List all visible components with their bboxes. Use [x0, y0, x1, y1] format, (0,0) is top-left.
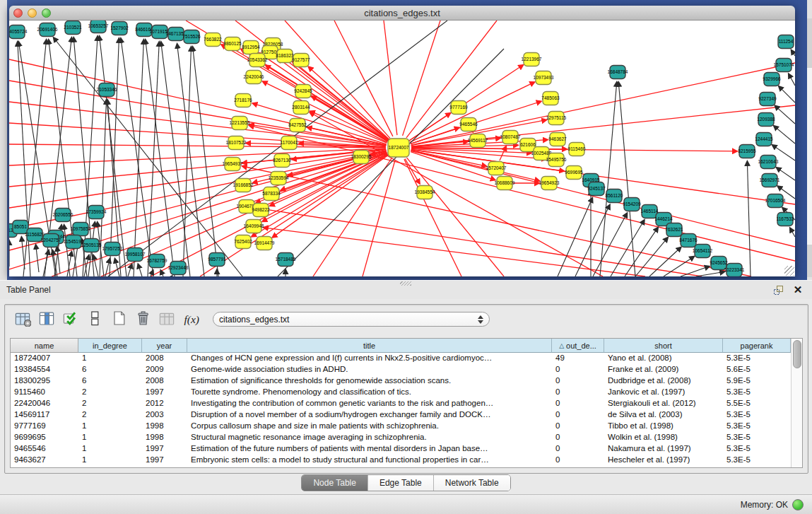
scrollbar-thumb[interactable]	[793, 340, 801, 368]
table-row[interactable]: 1456911722003Disruption of a novel membe…	[11, 409, 791, 421]
graph-node[interactable]: 8267130	[273, 154, 291, 168]
graph-node[interactable]: 19958107	[125, 248, 146, 262]
graph-node[interactable]: 22420046	[244, 71, 264, 84]
graph-node[interactable]: 9699695	[565, 166, 583, 180]
graph-node[interactable]: 7663822	[204, 33, 222, 47]
graph-node[interactable]: 16914479	[254, 237, 275, 250]
graph-node[interactable]: 10223341	[724, 264, 745, 277]
graph-node[interactable]: 20691406	[37, 23, 58, 37]
graph-node[interactable]: 1527902	[110, 22, 129, 35]
column-header-name[interactable]: name	[11, 339, 78, 353]
graph-node[interactable]: 20206556	[53, 209, 73, 222]
graph-node[interactable]: 1167533	[777, 213, 794, 226]
graph-node[interactable]: 7625402	[234, 235, 252, 249]
column-header-out_degree[interactable]: △out_de...	[552, 339, 604, 353]
graph-node[interactable]: 9465546	[459, 118, 478, 132]
table-row[interactable]: 969969511998Structural magnetic resonanc…	[11, 432, 791, 443]
graph-node[interactable]: 19654923	[539, 177, 560, 190]
graph-node[interactable]: 5878334	[262, 187, 281, 201]
show-columns-icon[interactable]	[36, 308, 57, 329]
network-graph[interactable]: 1872400776638229860125891295418226058912…	[9, 21, 795, 276]
graph-node[interactable]: 8215955	[738, 145, 756, 158]
graph-node[interactable]: 2103521	[64, 21, 82, 35]
graph-node[interactable]: 8561120	[606, 189, 623, 203]
graph-node[interactable]: 9227349	[758, 93, 777, 106]
graph-node[interactable]: 19166852	[233, 179, 254, 192]
select-all-icon[interactable]	[60, 308, 81, 329]
graph-node[interactable]: 12213553	[230, 117, 250, 130]
graph-node[interactable]: 7485063	[541, 92, 560, 105]
float-panel-icon[interactable]	[771, 284, 785, 296]
new-table-icon[interactable]	[108, 308, 129, 329]
column-header-in_degree[interactable]: in_degree	[78, 339, 142, 353]
import-table-icon[interactable]	[156, 308, 177, 329]
tab-edge-table[interactable]: Edge Table	[368, 475, 434, 491]
graph-node[interactable]: 10807487	[500, 131, 521, 144]
table-row[interactable]: 946554611997Estimation of the future num…	[11, 443, 791, 455]
delete-table-icon[interactable]	[132, 308, 153, 329]
graph-node[interactable]: 9245137	[587, 182, 606, 196]
column-header-title[interactable]: title	[187, 339, 552, 353]
graph-node[interactable]: 111254	[778, 35, 794, 49]
merge-tables-icon[interactable]	[84, 308, 105, 329]
graph-node[interactable]: 2803144	[292, 101, 310, 115]
graph-node[interactable]: 10653257	[88, 21, 109, 33]
table-row[interactable]: 946362711997Embryonic stem cells: a mode…	[11, 455, 791, 466]
graph-node[interactable]: 9857791	[208, 253, 226, 267]
graph-node[interactable]: 9154209	[623, 198, 641, 211]
graph-node[interactable]: 16210643	[758, 156, 779, 169]
table-row[interactable]: 911546021997Tourette syndrome. Phenomeno…	[11, 387, 791, 398]
memory-status-indicator[interactable]	[792, 499, 804, 510]
graph-node[interactable]: 17016504	[765, 194, 786, 208]
table-row[interactable]: 1872400712008Changes of HCN gene express…	[11, 353, 791, 364]
graph-node[interactable]: 16848784	[608, 66, 628, 79]
graph-node[interactable]: 18300295	[351, 151, 372, 164]
graph-node[interactable]: 9127577	[292, 54, 310, 67]
graph-node[interactable]: 15751074	[774, 59, 794, 72]
graph-node[interactable]: 12353594	[269, 172, 289, 185]
graph-node[interactable]: 24055724	[9, 25, 28, 39]
network-window-titlebar[interactable]: citations_edges.txt	[9, 6, 795, 21]
panel-resize-grip[interactable]	[400, 281, 411, 286]
tab-node-table[interactable]: Node Table	[302, 475, 368, 491]
graph-node[interactable]: 15720407	[486, 162, 507, 175]
graph-node[interactable]: 7515526	[182, 30, 201, 44]
graph-node[interactable]: 15692971	[760, 174, 780, 187]
graph-node[interactable]: 9329966	[763, 73, 781, 86]
graph-node[interactable]: 12923448	[168, 262, 189, 275]
graph-node[interactable]: 1244415	[755, 133, 773, 146]
table-scrollbar[interactable]	[791, 339, 802, 467]
graph-node[interactable]: 8427552	[288, 119, 307, 132]
window-resize-grip[interactable]	[784, 266, 794, 276]
graph-node[interactable]: 16409948	[244, 220, 264, 233]
graph-node[interactable]: 12042757	[41, 234, 61, 247]
graph-node[interactable]: 12505135	[81, 239, 102, 252]
graph-node[interactable]: 10543362	[247, 54, 268, 67]
graph-node[interactable]: 8912954	[242, 41, 260, 54]
graph-node[interactable]: 2718176	[234, 94, 252, 107]
close-panel-icon[interactable]: ✕	[791, 284, 805, 296]
column-header-short[interactable]: short	[604, 339, 723, 353]
column-header-pagerank[interactable]: pagerank	[723, 339, 791, 353]
table-row[interactable]: 2242004622012Investigating the contribut…	[11, 398, 791, 409]
table-row[interactable]: 1830029562008Estimation of significance …	[11, 375, 791, 387]
graph-node[interactable]: 9463627	[548, 133, 567, 146]
network-canvas[interactable]: 1872400776638229860125891295418226058912…	[9, 21, 795, 276]
graph-node[interactable]: 18724007	[388, 139, 409, 157]
graph-node[interactable]: 9860125	[223, 37, 242, 51]
graph-node[interactable]: 9242845	[294, 85, 312, 98]
graph-node[interactable]: 18107522	[226, 136, 247, 150]
graph-node[interactable]: 7632621	[665, 223, 683, 237]
graph-node[interactable]: 1170041	[281, 136, 298, 150]
graph-node[interactable]: 9498222	[252, 204, 270, 217]
graph-node[interactable]: 12975115	[546, 112, 567, 125]
table-options-icon[interactable]	[12, 308, 33, 329]
table-selector-dropdown[interactable]: citations_edges.txt	[213, 312, 490, 327]
graph-node[interactable]: 14569117	[468, 134, 488, 148]
graph-node[interactable]: 10975857	[71, 223, 91, 236]
graph-node[interactable]: 10654112	[693, 245, 713, 258]
table-row[interactable]: 1938455462009Genome-wide association stu…	[11, 364, 791, 375]
tab-network-table[interactable]: Network Table	[434, 475, 510, 491]
graph-node[interactable]: 19384554	[415, 186, 435, 199]
graph-node[interactable]: 17957253	[102, 243, 123, 256]
